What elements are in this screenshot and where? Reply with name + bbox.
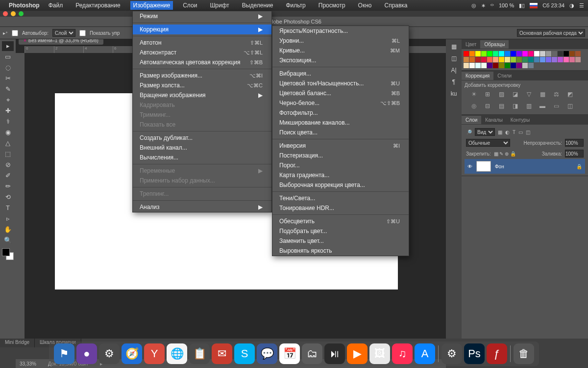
tool-18[interactable]: 🔍: [2, 236, 14, 245]
wifi-icon[interactable]: ⌔: [490, 2, 494, 8]
swatch[interactable]: [487, 57, 492, 62]
swatch[interactable]: [522, 57, 528, 62]
menu-item[interactable]: Вычисления...: [133, 153, 271, 162]
close-tab-icon[interactable]: ×: [24, 39, 26, 43]
menu-item[interactable]: Вращение изображения▶: [133, 90, 271, 100]
zoom-icon[interactable]: [19, 11, 24, 16]
menu-item[interactable]: Автоматическая цветовая коррекция⇧⌘B: [133, 57, 271, 67]
tool-15[interactable]: T: [2, 203, 14, 213]
dock-app-10[interactable]: 📅: [279, 343, 300, 364]
menu-item[interactable]: Внешний канал...: [133, 143, 271, 153]
swatch[interactable]: [552, 57, 557, 62]
swatch[interactable]: [464, 63, 469, 68]
threshold-icon[interactable]: ▬: [538, 103, 547, 109]
swatch[interactable]: [540, 51, 545, 56]
tool-13[interactable]: ✏: [2, 182, 14, 191]
swatch[interactable]: [528, 51, 534, 56]
blend-mode-select[interactable]: Обычные: [466, 139, 510, 147]
swatch[interactable]: [511, 57, 516, 62]
swatch[interactable]: [505, 57, 510, 62]
swatch[interactable]: [516, 57, 522, 62]
layer-thumb[interactable]: [476, 161, 491, 172]
menu-выделение[interactable]: Выделение: [239, 1, 276, 10]
menu-item[interactable]: Режим▶: [133, 11, 271, 21]
exposure-icon[interactable]: ◪: [511, 91, 519, 98]
menu-фильтр[interactable]: Фильтр: [283, 1, 308, 10]
filter-adj-icon[interactable]: ◐: [505, 130, 510, 135]
tool-17[interactable]: ✋: [2, 225, 14, 235]
swatch[interactable]: [499, 63, 504, 68]
dock-app-12[interactable]: ⏯: [324, 343, 345, 364]
swatch[interactable]: [511, 51, 516, 56]
swatch[interactable]: [552, 51, 557, 56]
bw-icon[interactable]: ◩: [565, 91, 574, 98]
menu-item[interactable]: Черно-белое...⌥⇧⌘B: [272, 98, 409, 108]
menu-item[interactable]: Создать дубликат...: [133, 133, 271, 143]
menu-item[interactable]: Выборочная коррекция цвета...: [272, 180, 409, 190]
move-tool-icon[interactable]: ▸⁺: [3, 30, 8, 36]
zoom-level[interactable]: 33,33%: [20, 361, 36, 367]
tab-channels[interactable]: Каналы: [481, 116, 507, 124]
lock-icon[interactable]: 🔒: [576, 164, 582, 169]
lock-icons[interactable]: ▦ ✎ ⊕ 🔒: [494, 151, 516, 157]
dock-app-5[interactable]: 🌐: [167, 343, 187, 364]
tool-0[interactable]: ▸: [2, 41, 14, 51]
swatches-grid[interactable]: [462, 49, 588, 70]
tool-5[interactable]: ⌖: [2, 95, 14, 105]
tool-8[interactable]: ◉: [2, 128, 14, 137]
notification-icon[interactable]: ◑: [569, 2, 574, 9]
swatch[interactable]: [493, 57, 498, 62]
swatch[interactable]: [564, 57, 569, 62]
menu-item[interactable]: Постеризация...: [272, 151, 409, 160]
swatch[interactable]: [487, 51, 492, 56]
swatch[interactable]: [469, 57, 475, 62]
tab-adjustments[interactable]: Коррекция: [462, 72, 493, 80]
menu-item[interactable]: Размер холста...⌥⌘C: [133, 80, 271, 90]
menu-шрифт[interactable]: Шрифт: [207, 1, 232, 10]
swatch[interactable]: [481, 63, 487, 68]
tab-styles[interactable]: Стили: [493, 72, 515, 80]
menu-item[interactable]: Уровни...⌘L: [272, 36, 409, 46]
hue-icon[interactable]: ▦: [538, 91, 547, 98]
mixer-icon[interactable]: ⊟: [483, 103, 492, 109]
dock-app-3[interactable]: 🧭: [122, 343, 142, 364]
tab-layers[interactable]: Слои: [462, 116, 481, 124]
brightness-icon[interactable]: ☀: [469, 91, 478, 98]
swatch[interactable]: [493, 51, 498, 56]
swatch[interactable]: [464, 57, 469, 62]
menu-item[interactable]: Автотон⇧⌘L: [133, 38, 271, 48]
swatch[interactable]: [511, 63, 516, 68]
menu-файл[interactable]: Файл: [46, 1, 66, 10]
tool-12[interactable]: ✐: [2, 171, 14, 181]
menu-просмотр[interactable]: Просмотр: [316, 1, 348, 10]
menu-item[interactable]: Фотофильтр...: [272, 108, 409, 118]
tool-6[interactable]: ✚: [2, 106, 14, 116]
menu-item[interactable]: Тени/Света...: [272, 193, 409, 203]
swatch[interactable]: [575, 57, 581, 62]
filter-pixel-icon[interactable]: ▦: [498, 130, 502, 135]
swatch[interactable]: [575, 51, 581, 56]
spotify-icon[interactable]: ◎: [471, 2, 476, 9]
menu-item[interactable]: Коррекция▶: [133, 25, 271, 34]
history-icon[interactable]: ▦: [451, 43, 457, 50]
siri-icon[interactable]: ☰: [579, 2, 584, 9]
swatch[interactable]: [534, 57, 539, 62]
tool-10[interactable]: ⬚: [2, 149, 14, 159]
gradient-map-icon[interactable]: ▭: [552, 103, 561, 109]
dock-app-4[interactable]: Y: [144, 343, 165, 364]
filter-icon[interactable]: 🔎: [466, 130, 472, 135]
curves-icon[interactable]: ▨: [497, 91, 506, 98]
swatch[interactable]: [469, 51, 475, 56]
swatches-icon[interactable]: ◫: [451, 55, 457, 62]
visibility-icon[interactable]: 👁: [467, 164, 472, 169]
tab-swatches[interactable]: Образцы: [480, 40, 509, 49]
menu-item[interactable]: Поиск цвета...: [272, 128, 409, 137]
swatch[interactable]: [569, 57, 575, 62]
kuler-icon[interactable]: ku: [451, 90, 457, 97]
autoselect-checkbox[interactable]: [12, 30, 18, 36]
swatch[interactable]: [469, 63, 475, 68]
dock-app-1[interactable]: ●: [76, 343, 97, 364]
swatch[interactable]: [540, 57, 545, 62]
swatch[interactable]: [558, 57, 563, 62]
menu-редактирование[interactable]: Редактирование: [73, 1, 123, 10]
